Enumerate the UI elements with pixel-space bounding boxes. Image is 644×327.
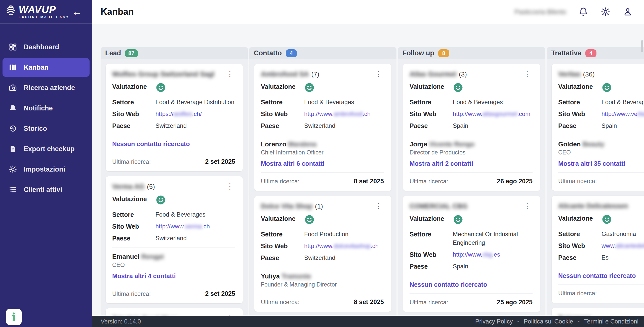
contact-name: Yuliya Tramonte — [261, 272, 384, 280]
rating-row: Valutazione — [410, 214, 533, 225]
country-value: Spain — [453, 262, 468, 271]
column-title: Lead — [105, 49, 121, 57]
notifications-bell-icon[interactable] — [578, 7, 588, 17]
sidebar-item-dashboard[interactable]: Dashboard — [3, 38, 90, 56]
website-link[interactable]: www.alicantedeli — [601, 241, 644, 250]
company-name: Ambrofood SA — [261, 70, 309, 78]
card-menu-kebab-icon[interactable]: ⋮ — [373, 202, 384, 210]
sidebar-item-storico[interactable]: Storico — [3, 119, 90, 138]
card-header: Ambrofood SA(7)⋮ — [261, 70, 384, 78]
column-body: Atlas Gourmet(3)⋮ValutazioneSettoreFood … — [398, 59, 545, 316]
website-link[interactable]: http://www.atlasgourmet.com — [453, 110, 530, 118]
top-header: Kanban Pasticceria Bilento — [92, 0, 644, 24]
kanban-card[interactable]: Dolce Vita Shop(1)⋮ValutazioneSettoreFoo… — [254, 196, 391, 312]
field-label: Sito Web — [410, 250, 453, 259]
card-menu-kebab-icon[interactable]: ⋮ — [522, 202, 533, 210]
field-label: Settore — [558, 98, 601, 106]
divider — [410, 276, 533, 276]
column-count-badge: 8 — [438, 49, 449, 57]
kanban-card[interactable]: Wolfies Group Switzerland Sagl⋮Valutazio… — [106, 64, 243, 171]
contact-block: Golden BeautyCEO — [558, 140, 644, 156]
show-more-contacts-link[interactable]: Mostra altri 2 contatti — [410, 160, 473, 167]
kanban-card[interactable]: COMERCIAL CBG⋮ValutazioneSettoreMechanic… — [403, 196, 540, 312]
column-body: Veritas(36)⋮ValutazioneSettoreFood & Bev… — [547, 59, 644, 316]
sidebar-item-export-checkup[interactable]: Export checkup — [3, 140, 90, 158]
last-search-label: Ultima ricerca: — [112, 290, 151, 297]
country-value: Switzerland — [155, 121, 187, 130]
no-contact-link[interactable]: Nessun contatto ricercato — [410, 281, 487, 288]
country-row: PaeseSpain — [410, 262, 533, 271]
country-value: Switzerland — [304, 254, 335, 262]
footer-link-privacy-policy[interactable]: Privacy Policy — [475, 318, 513, 325]
bell-icon — [9, 104, 17, 112]
accessibility-widget-button[interactable] — [6, 309, 22, 325]
kanban-card[interactable]: Potramara(8)⋮ValutazioneSettoreFood & Be… — [552, 308, 644, 316]
website-link[interactable]: http://www.verma.ch — [155, 222, 210, 231]
divider — [558, 284, 644, 285]
divider — [112, 285, 235, 285]
version-label: Version: 0.14.0 — [101, 318, 141, 325]
logo-row: WAVUP EXPORT MADE EASY ← — [0, 0, 92, 24]
sidebar-item-label: Storico — [24, 125, 47, 133]
sector-row: SettoreFood & Beverages — [558, 98, 644, 106]
sidebar-item-impostazioni[interactable]: Impostazioni — [3, 160, 90, 179]
contacts-count: (7) — [311, 70, 319, 78]
no-contact-link[interactable]: Nessun contatto ricercato — [112, 140, 190, 148]
kanban-card[interactable]: Verma AG(5)⋮ValutazioneSettoreFood & Bev… — [106, 176, 243, 303]
contact-role: Director de Productos — [410, 149, 533, 156]
show-more-contacts-link[interactable]: Mostra altri 4 contatti — [112, 272, 176, 280]
rating-row: Valutazione — [558, 214, 644, 225]
website-link[interactable]: http://www.veritas.es — [601, 110, 644, 118]
settings-gear-icon[interactable] — [600, 7, 611, 17]
user-profile-icon[interactable] — [623, 7, 633, 17]
card-menu-kebab-icon[interactable]: ⋮ — [522, 70, 533, 77]
website-link[interactable]: http://www.dolcevitashop.ch — [304, 242, 379, 250]
account-name[interactable]: Pasticceria Bilento — [514, 8, 566, 16]
kanban-card[interactable]: Trinakria Food Shop⋮ValutazioneSettoreFo… — [106, 308, 243, 316]
contact-block: Emanuel RengptCEO — [112, 253, 235, 268]
kanban-card[interactable]: Ambrofood SA(7)⋮ValutazioneSettoreFood &… — [254, 64, 391, 191]
footer-link-termini-e-condizioni[interactable]: Termini e Condizioni — [584, 318, 638, 325]
field-label: Sito Web — [112, 110, 155, 118]
sidebar-item-label: Dashboard — [24, 43, 59, 51]
card-header: Veritas(36)⋮ — [558, 70, 644, 78]
kanban-card[interactable]: Atlas Gourmet(3)⋮ValutazioneSettoreFood … — [403, 64, 540, 191]
history-icon — [9, 124, 17, 133]
card-menu-kebab-icon[interactable]: ⋮ — [373, 70, 384, 77]
website-row: Sito Webhttp://www.verma.ch — [112, 222, 235, 231]
contact-role: CEO — [558, 149, 644, 156]
rating-row: Valutazione — [112, 195, 235, 205]
sidebar-item-ricerca-aziende[interactable]: Ricerca aziende — [3, 78, 90, 97]
sector-row: SettoreFood & Beverages — [112, 210, 235, 219]
country-row: PaeseSwitzerland — [261, 121, 384, 130]
show-more-contacts-link[interactable]: Mostra altri 6 contatti — [261, 160, 325, 167]
column-count-badge: 4 — [286, 49, 297, 57]
card-menu-kebab-icon[interactable]: ⋮ — [225, 70, 235, 77]
sidebar-item-label: Impostazioni — [24, 166, 65, 173]
no-contact-link[interactable]: Nessun contatto ricercato — [558, 272, 636, 279]
kanban-card[interactable]: Veritas(36)⋮ValutazioneSettoreFood & Bev… — [552, 64, 644, 191]
collapse-sidebar-button[interactable]: ← — [72, 7, 82, 17]
card-menu-kebab-icon[interactable]: ⋮ — [225, 183, 235, 190]
brand-name: WAVUP — [19, 5, 69, 15]
sidebar-item-kanban[interactable]: Kanban — [3, 58, 90, 77]
website-link[interactable]: http://www.ambrofood.ch — [304, 110, 371, 118]
footer-links: Privacy Policy•Politica sui Cookie•Termi… — [475, 318, 638, 325]
field-label: Settore — [261, 98, 304, 106]
website-link[interactable]: https://wolfies.ch/ — [155, 110, 202, 118]
column-header: Follow up8 — [398, 47, 545, 59]
company-name: Wolfies Group Switzerland Sagl — [112, 70, 214, 78]
website-link[interactable]: http://www.cbg.es — [453, 250, 500, 259]
sector-value: Food & Beverages — [155, 210, 206, 219]
show-more-contacts-link[interactable]: Mostra altri 35 contatti — [558, 160, 625, 167]
footer-link-politica-sui-cookie[interactable]: Politica sui Cookie — [524, 318, 573, 325]
company-name: Veritas — [558, 70, 581, 78]
column-title: Follow up — [403, 49, 434, 57]
rating-smiley-icon — [304, 214, 315, 225]
company-name: Verma AG — [112, 183, 144, 191]
sidebar-item-clienti-attivi[interactable]: Clienti attivi — [3, 180, 90, 199]
sidebar-item-notifiche[interactable]: Notifiche — [3, 99, 90, 117]
document-icon — [9, 145, 17, 153]
vertical-scrollbar-thumb[interactable] — [641, 40, 643, 52]
kanban-card[interactable]: Alicante Delicatessen⋮ValutazioneSettore… — [552, 196, 644, 303]
